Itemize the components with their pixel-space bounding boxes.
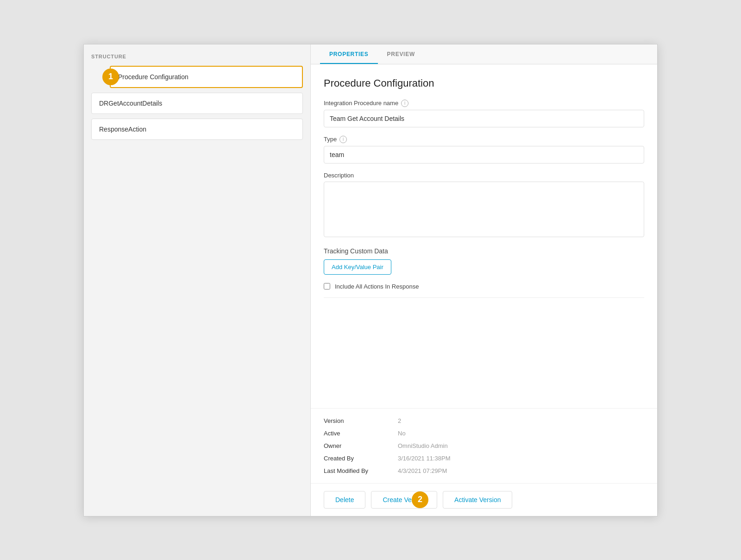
tree-item-dr-get-account[interactable]: DRGetAccountDetails [91, 93, 303, 114]
footer-bar: Delete Create Version 2 Activate Version [311, 483, 657, 516]
active-key: Active [324, 428, 398, 438]
include-actions-checkbox[interactable] [324, 283, 330, 289]
delete-button[interactable]: Delete [324, 491, 365, 509]
page-title: Procedure Configuration [324, 77, 644, 89]
add-key-value-button[interactable]: Add Key/Value Pair [324, 259, 391, 275]
left-panel: STRUCTURE 1 Procedure Configuration DRGe… [84, 44, 311, 516]
type-group: Type i [324, 136, 644, 164]
properties-content: Procedure Configuration Integration Proc… [311, 64, 657, 408]
procedure-name-info-icon: i [401, 100, 408, 107]
meta-section: Version 2 Active No Owner OmniStudio Adm… [311, 408, 657, 483]
tabs-bar: PROPERTIES PREVIEW [311, 44, 657, 64]
tab-preview[interactable]: PREVIEW [378, 44, 424, 64]
created-by-value: 3/16/2021 11:38PM [398, 453, 644, 463]
include-actions-row: Include All Actions In Response [324, 283, 644, 298]
tree-item-label: DRGetAccountDetails [99, 100, 162, 107]
tree-item-procedure-config[interactable]: 1 Procedure Configuration [110, 66, 303, 88]
tree-item-label: ResponseAction [99, 126, 146, 133]
description-label: Description [324, 172, 644, 179]
structure-header: STRUCTURE [91, 54, 303, 59]
tracking-label: Tracking Custom Data [324, 247, 644, 255]
modified-by-value: 4/3/2021 07:29PM [398, 466, 644, 476]
right-panel: PROPERTIES PREVIEW Procedure Configurati… [311, 44, 657, 516]
created-by-key: Created By [324, 453, 398, 463]
tracking-group: Tracking Custom Data Add Key/Value Pair [324, 247, 644, 275]
procedure-name-input[interactable] [324, 110, 644, 127]
type-info-icon: i [339, 136, 347, 143]
type-label: Type i [324, 136, 644, 143]
tab-properties[interactable]: PROPERTIES [320, 44, 378, 64]
version-value: 2 [398, 416, 644, 426]
description-group: Description [324, 172, 644, 239]
modified-by-key: Last Modified By [324, 466, 398, 476]
owner-key: Owner [324, 441, 398, 451]
type-input[interactable] [324, 146, 644, 164]
tree-item-response-action[interactable]: ResponseAction [91, 119, 303, 140]
procedure-name-label: Integration Procedure name i [324, 100, 644, 107]
include-actions-label: Include All Actions In Response [335, 283, 419, 290]
badge-2: 2 [412, 491, 428, 508]
activate-version-button[interactable]: Activate Version [443, 491, 512, 509]
tree-item-label: Procedure Configuration [118, 73, 188, 81]
version-key: Version [324, 416, 398, 426]
owner-value: OmniStudio Admin [398, 441, 644, 451]
procedure-name-group: Integration Procedure name i [324, 100, 644, 127]
badge-1: 1 [102, 69, 119, 85]
description-textarea[interactable] [324, 182, 644, 237]
active-value: No [398, 428, 644, 438]
